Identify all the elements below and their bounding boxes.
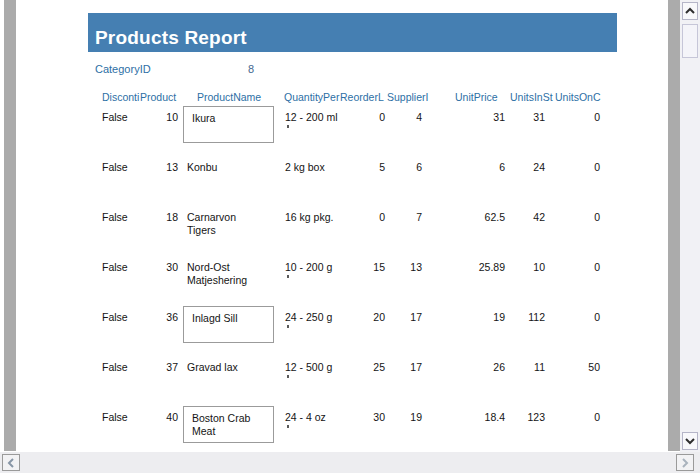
vertical-scrollbar[interactable]	[680, 0, 700, 452]
vertical-scrollbar-thumb[interactable]	[682, 24, 698, 58]
cell-unit_price: 25.89	[455, 261, 505, 274]
table-row: False10Ikura12 - 200 ml0431310	[0, 104, 660, 154]
product-name-text: Konbu	[183, 154, 259, 174]
product-name-box: Inlagd Sill	[183, 306, 274, 343]
cell-reorder_level: 25	[343, 361, 385, 374]
cell-product_id: 10	[138, 111, 178, 124]
cell-discontinued: False	[102, 161, 142, 174]
table-row: False18Carnarvon Tigers16 kg pkg.0762.54…	[0, 204, 660, 254]
cell-product_name: Inlagd Sill	[183, 304, 274, 354]
cell-product_name: Carnarvon Tigers	[183, 204, 274, 254]
clipped-wrapped-text-artifact	[287, 325, 289, 328]
cell-reorder_level: 0	[343, 111, 385, 124]
cell-unit_price: 6	[455, 161, 505, 174]
cell-product_id: 40	[138, 411, 178, 424]
cell-discontinued: False	[102, 111, 142, 124]
cell-units_on_order: 0	[558, 161, 600, 174]
cell-supplier_id: 4	[384, 111, 422, 124]
cell-product_name: Boston Crab Meat	[183, 404, 274, 454]
chevron-right-icon	[681, 457, 689, 469]
cell-units_on_order: 0	[558, 311, 600, 324]
cell-units_in_stock: 112	[505, 311, 545, 324]
cell-product_name: Gravad lax	[183, 354, 274, 404]
chevron-up-icon	[684, 7, 696, 15]
scroll-down-button[interactable]	[682, 432, 698, 450]
cell-supplier_id: 19	[384, 411, 422, 424]
cell-units_in_stock: 123	[505, 411, 545, 424]
cell-units_on_order: 0	[558, 411, 600, 424]
cell-unit_price: 31	[455, 111, 505, 124]
cell-units_in_stock: 42	[505, 211, 545, 224]
cell-units_in_stock: 11	[505, 361, 545, 374]
cell-supplier_id: 6	[384, 161, 422, 174]
cell-product_id: 36	[138, 311, 178, 324]
scroll-right-button[interactable]	[676, 454, 694, 471]
cell-quantity_per_unit: 24 - 4 oz	[285, 411, 347, 424]
cell-units_in_stock: 24	[505, 161, 545, 174]
table-row: False40Boston Crab Meat24 - 4 oz301918.4…	[0, 404, 660, 454]
table-body: False10Ikura12 - 200 ml0431310False13Kon…	[0, 0, 700, 473]
table-row: False13Konbu2 kg box566240	[0, 154, 660, 204]
cell-unit_price: 62.5	[455, 211, 505, 224]
product-name-text: Carnarvon Tigers	[183, 204, 259, 237]
cell-reorder_level: 20	[343, 311, 385, 324]
cell-discontinued: False	[102, 261, 142, 274]
cell-units_on_order: 0	[558, 111, 600, 124]
scroll-up-button[interactable]	[682, 2, 698, 20]
cell-quantity_per_unit: 12 - 500 g	[285, 361, 347, 374]
cell-quantity_per_unit: 10 - 200 g	[285, 261, 347, 274]
cell-reorder_level: 15	[343, 261, 385, 274]
clipped-wrapped-text-artifact	[287, 125, 289, 128]
cell-product_name: Konbu	[183, 154, 274, 204]
cell-unit_price: 26	[455, 361, 505, 374]
cell-product_id: 37	[138, 361, 178, 374]
cell-supplier_id: 7	[384, 211, 422, 224]
cell-product_id: 18	[138, 211, 178, 224]
cell-reorder_level: 0	[343, 211, 385, 224]
table-row: False37Gravad lax12 - 500 g2517261150	[0, 354, 660, 404]
clipped-wrapped-text-artifact	[287, 275, 289, 278]
clipped-wrapped-text-artifact	[287, 425, 289, 428]
cell-discontinued: False	[102, 211, 142, 224]
cell-quantity_per_unit: 24 - 250 g	[285, 311, 347, 324]
cell-reorder_level: 5	[343, 161, 385, 174]
product-name-box: Boston Crab Meat	[183, 406, 274, 443]
table-row: False36Inlagd Sill24 - 250 g2017191120	[0, 304, 660, 354]
cell-quantity_per_unit: 2 kg box	[285, 161, 347, 174]
cell-quantity_per_unit: 16 kg pkg.	[285, 211, 347, 224]
clipped-wrapped-text-artifact	[287, 375, 289, 378]
product-name-text: Nord-Ost Matjeshering	[183, 254, 259, 287]
cell-units_in_stock: 10	[505, 261, 545, 274]
cell-discontinued: False	[102, 361, 142, 374]
cell-units_on_order: 0	[558, 211, 600, 224]
cell-product_name: Nord-Ost Matjeshering	[183, 254, 274, 304]
chevron-left-icon	[7, 457, 15, 469]
report-viewer: Products Report CategoryID 8 DiscontiPro…	[0, 0, 700, 473]
cell-supplier_id: 17	[384, 311, 422, 324]
cell-supplier_id: 13	[384, 261, 422, 274]
cell-quantity_per_unit: 12 - 200 ml	[285, 111, 347, 124]
scroll-left-button[interactable]	[2, 454, 20, 471]
cell-supplier_id: 17	[384, 361, 422, 374]
cell-discontinued: False	[102, 311, 142, 324]
table-row: False30Nord-Ost Matjeshering10 - 200 g15…	[0, 254, 660, 304]
product-name-box: Ikura	[183, 106, 274, 143]
cell-product_id: 13	[138, 161, 178, 174]
cell-unit_price: 19	[455, 311, 505, 324]
cell-units_on_order: 0	[558, 261, 600, 274]
cell-product_id: 30	[138, 261, 178, 274]
cell-discontinued: False	[102, 411, 142, 424]
cell-unit_price: 18.4	[455, 411, 505, 424]
cell-units_on_order: 50	[558, 361, 600, 374]
cell-reorder_level: 30	[343, 411, 385, 424]
horizontal-scrollbar[interactable]	[0, 452, 700, 473]
cell-units_in_stock: 31	[505, 111, 545, 124]
cell-product_name: Ikura	[183, 104, 274, 154]
chevron-down-icon	[684, 437, 696, 445]
product-name-text: Gravad lax	[183, 354, 259, 374]
